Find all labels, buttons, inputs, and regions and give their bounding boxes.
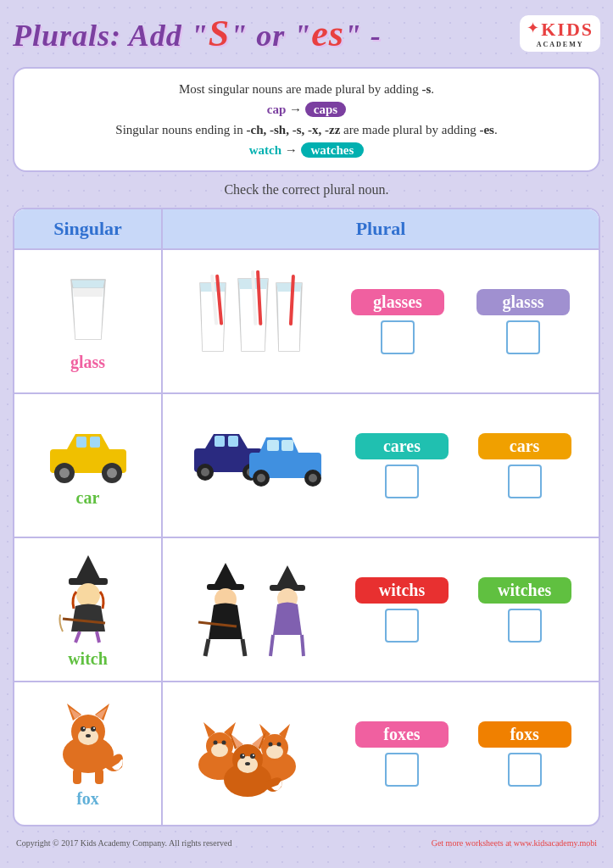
checkbox-foxes[interactable]	[385, 753, 419, 787]
singular-label-car: car	[76, 488, 100, 508]
fox-plural-image	[190, 705, 326, 803]
rule-line4: watch → watches	[31, 140, 582, 160]
svg-rect-20	[267, 440, 279, 451]
singular-label-witch: witch	[68, 649, 108, 669]
table-header: Singular Plural	[14, 209, 599, 248]
svg-point-48	[83, 727, 85, 729]
table-row: fox	[14, 681, 599, 825]
svg-point-50	[86, 734, 91, 737]
svg-point-59	[222, 740, 226, 744]
car-single-image	[46, 424, 131, 483]
option-pill-witches: witches	[478, 577, 571, 604]
svg-point-23	[257, 474, 265, 482]
page: Plurals: Add "S" or "es" - ✦ KIDS ACADEM…	[0, 0, 613, 868]
svg-point-76	[242, 754, 244, 756]
logo-star-icon: ✦	[527, 19, 539, 37]
svg-rect-7	[90, 437, 100, 448]
svg-rect-51	[73, 769, 81, 784]
checkbox-witches[interactable]	[508, 609, 542, 643]
option-pill-witchs: witchs	[355, 577, 449, 604]
logo-academy-text: ACADEMY	[537, 41, 584, 48]
header: Plurals: Add "S" or "es" - ✦ KIDS ACADEM…	[13, 8, 600, 58]
svg-rect-52	[95, 769, 103, 784]
checkbox-witchs[interactable]	[385, 609, 419, 643]
checkbox-cars[interactable]	[508, 465, 542, 498]
option-pill-glasses: glasses	[351, 289, 444, 315]
rule-line3: Singular nouns ending in -ch, -sh, -s, -…	[31, 120, 582, 140]
plural-option-foxes: foxes	[355, 721, 449, 787]
rule-line1: Most singular nouns are made plural by a…	[31, 79, 582, 99]
checkbox-cares[interactable]	[385, 465, 419, 498]
svg-point-46	[81, 726, 86, 732]
svg-point-49	[93, 727, 95, 729]
singular-cell-witch: witch	[14, 538, 163, 681]
plural-option-witches: witches	[478, 577, 571, 643]
plural-cell-fox: foxes foxs	[163, 682, 599, 825]
table-row: glass	[14, 248, 599, 392]
svg-rect-6	[76, 437, 86, 448]
singular-cell-glass: glass	[14, 250, 163, 392]
witch-plural-image	[190, 559, 326, 660]
svg-rect-13	[215, 436, 225, 447]
col-singular-header: Singular	[14, 209, 163, 248]
plural-option-glasss: glasss	[476, 289, 570, 354]
svg-line-30	[75, 632, 80, 643]
svg-point-16	[201, 468, 209, 476]
svg-point-58	[214, 740, 218, 744]
svg-point-77	[253, 754, 254, 756]
svg-point-78	[245, 762, 250, 765]
footer-copyright: Copyright © 2017 Kids Academy Company. A…	[16, 838, 231, 848]
singular-cell-car: car	[14, 394, 163, 537]
svg-rect-14	[228, 436, 238, 447]
car-plural-image	[190, 419, 326, 512]
footer: Copyright © 2017 Kids Academy Company. A…	[13, 835, 600, 848]
svg-point-66	[277, 742, 281, 746]
singular-cell-fox: fox	[14, 682, 163, 825]
svg-marker-26	[75, 555, 101, 581]
table-row: witch	[14, 537, 599, 681]
option-pill-cares: cares	[355, 433, 449, 459]
svg-point-28	[76, 583, 100, 607]
plural-cell-car: cares cars	[163, 394, 599, 537]
table-row: car	[14, 392, 599, 537]
check-instruction: Check the correct plural noun.	[13, 181, 600, 199]
plural-option-cares: cares	[355, 433, 449, 498]
kids-academy-logo: ✦ KIDS ACADEMY	[520, 15, 600, 52]
singular-label-glass: glass	[70, 353, 105, 372]
svg-line-31	[97, 632, 99, 643]
plural-option-foxs: foxs	[478, 721, 571, 787]
checkbox-glasses[interactable]	[381, 320, 415, 354]
plural-cell-glass: glasses glasss	[163, 250, 599, 392]
plural-option-witchs: witchs	[355, 577, 449, 643]
singular-label-fox: fox	[76, 789, 99, 809]
option-pill-foxs: foxs	[478, 721, 571, 748]
noun-table: Singular Plural glass	[13, 208, 600, 826]
svg-marker-36	[276, 565, 298, 587]
checkbox-foxs[interactable]	[508, 753, 542, 787]
plural-option-cars: cars	[478, 433, 571, 498]
svg-point-9	[59, 468, 70, 478]
svg-point-11	[107, 468, 117, 478]
fox-single-image	[46, 699, 131, 784]
col-plural-header: Plural	[163, 209, 599, 248]
svg-point-74	[240, 754, 245, 759]
logo-kids-text: KIDS	[541, 19, 593, 41]
glass-single-image	[54, 271, 122, 348]
svg-marker-32	[214, 563, 237, 586]
witch-single-image	[50, 551, 126, 644]
svg-rect-21	[281, 440, 293, 451]
footer-website: Get more worksheets at www.kidsacademy.m…	[432, 838, 597, 848]
svg-point-47	[91, 726, 96, 732]
option-pill-foxes: foxes	[355, 721, 449, 748]
rule-line2: cap → caps	[31, 99, 582, 120]
plural-option-glasses: glasses	[351, 289, 444, 354]
rule-box: Most singular nouns are made plural by a…	[13, 67, 600, 172]
svg-point-57	[211, 743, 228, 757]
option-pill-glasss: glasss	[476, 289, 570, 315]
option-pill-cars: cars	[478, 433, 571, 459]
svg-point-64	[266, 745, 283, 759]
checkbox-glasss[interactable]	[506, 320, 540, 354]
svg-point-75	[250, 754, 255, 759]
glass-plural-image	[192, 270, 319, 372]
plural-cell-witch: witchs witches	[163, 538, 599, 681]
